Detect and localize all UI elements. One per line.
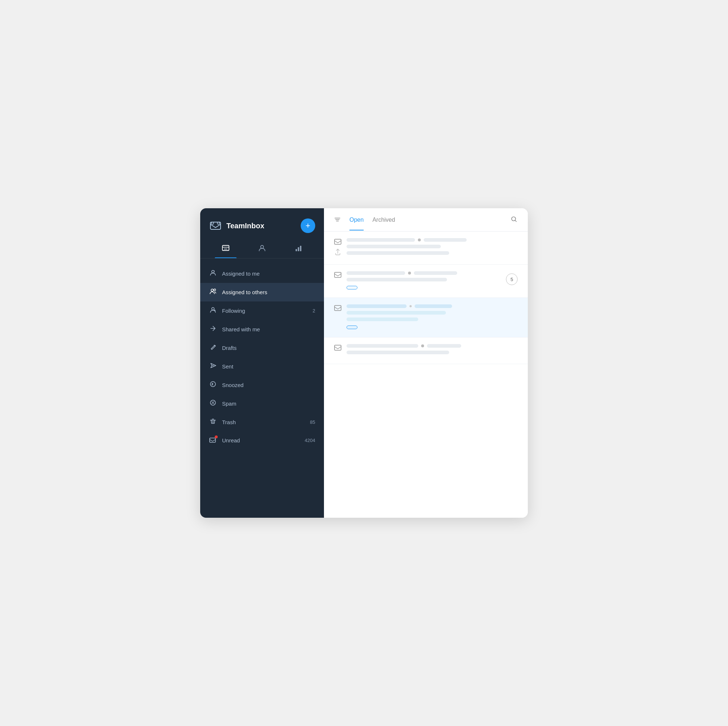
svg-point-15	[512, 217, 516, 221]
sidebar-tabs	[200, 240, 324, 259]
search-button[interactable]	[510, 216, 518, 231]
skeleton-name	[347, 304, 407, 308]
sort-button[interactable]	[334, 216, 341, 231]
svg-point-4	[261, 245, 263, 248]
skeleton-dot	[408, 272, 411, 274]
email-item-body	[347, 238, 518, 258]
email-preview	[347, 278, 447, 282]
sidebar-item-trash[interactable]: Trash 85	[200, 413, 324, 432]
inbox-tab-icon	[222, 244, 230, 254]
sidebar-item-unread[interactable]: Unread 4204	[200, 432, 324, 449]
following-label: Following	[222, 308, 307, 314]
email-list: 5	[324, 231, 528, 518]
spam-label: Spam	[222, 400, 315, 407]
sidebar-tab-inbox[interactable]	[208, 240, 244, 258]
svg-rect-6	[298, 247, 299, 251]
app-container: TeamInbox +	[200, 208, 528, 518]
spam-icon	[209, 399, 217, 408]
brand-name: TeamInbox	[226, 222, 264, 230]
sidebar-item-drafts[interactable]: Drafts	[200, 338, 324, 357]
brand-icon	[209, 219, 222, 232]
sidebar-tab-reports[interactable]	[280, 240, 317, 258]
email-snippet	[347, 251, 449, 255]
email-item-left	[334, 238, 341, 256]
email-item[interactable]	[324, 337, 528, 364]
email-title-row	[347, 304, 518, 308]
email-item-left	[334, 271, 341, 280]
skeleton-name	[347, 271, 405, 275]
content-toolbar: Open Archived	[324, 208, 528, 231]
main-content: Open Archived	[324, 208, 528, 518]
email-tag	[347, 326, 358, 329]
skeleton-time	[414, 304, 452, 308]
sidebar-item-sent[interactable]: Sent	[200, 357, 324, 376]
tab-archived[interactable]: Archived	[372, 217, 395, 230]
email-icon	[334, 272, 341, 280]
assigned-to-others-label: Assigned to others	[222, 289, 315, 295]
email-count-badge: 5	[506, 273, 518, 285]
sidebar: TeamInbox +	[200, 208, 324, 518]
sidebar-item-following[interactable]: Following 2	[200, 302, 324, 320]
skeleton-time	[424, 238, 466, 242]
email-icon	[334, 345, 341, 352]
svg-point-12	[210, 381, 216, 387]
unread-icon-wrap	[209, 436, 217, 444]
trash-icon	[209, 418, 217, 427]
reports-tab-icon	[294, 244, 303, 254]
email-icon	[334, 239, 341, 247]
svg-point-9	[211, 289, 213, 291]
sidebar-item-assigned-to-others[interactable]: Assigned to others	[200, 283, 324, 302]
email-icon	[334, 305, 341, 313]
assigned-to-me-icon	[209, 269, 217, 278]
email-item[interactable]: 5	[324, 265, 528, 298]
email-preview	[347, 351, 449, 354]
skeleton-name	[347, 238, 415, 242]
sidebar-item-spam[interactable]: Spam	[200, 394, 324, 413]
email-snippet	[347, 317, 418, 321]
sent-label: Sent	[222, 363, 315, 369]
email-item-left	[334, 344, 341, 352]
sidebar-brand: TeamInbox	[209, 219, 264, 232]
email-title-row	[347, 238, 518, 242]
contacts-tab-icon	[258, 244, 266, 254]
sidebar-nav: Assigned to me Assigned to others	[200, 262, 324, 518]
skeleton-name	[347, 344, 418, 348]
add-button[interactable]: +	[301, 219, 315, 233]
snoozed-icon	[209, 380, 217, 390]
sidebar-item-snoozed[interactable]: Snoozed	[200, 376, 324, 394]
email-item[interactable]	[324, 298, 528, 337]
svg-rect-19	[335, 345, 341, 350]
shared-with-me-icon	[209, 325, 217, 334]
trash-label: Trash	[222, 419, 305, 425]
snoozed-label: Snoozed	[222, 382, 315, 388]
following-badge: 2	[313, 308, 315, 314]
email-item[interactable]	[324, 231, 528, 265]
unread-dot	[215, 435, 218, 438]
unread-icon	[209, 438, 216, 445]
email-tag	[347, 286, 358, 289]
email-item-body	[347, 271, 501, 291]
email-title-row	[347, 344, 518, 348]
attachment-icon	[335, 249, 340, 256]
email-item-body	[347, 304, 518, 331]
svg-rect-18	[335, 305, 341, 311]
tab-open[interactable]: Open	[349, 217, 364, 230]
svg-rect-16	[335, 239, 341, 244]
unread-badge: 4204	[305, 438, 315, 443]
email-preview	[347, 245, 441, 248]
email-title-row	[347, 271, 501, 275]
unread-label: Unread	[222, 437, 300, 443]
drafts-icon	[209, 343, 217, 352]
sidebar-header: TeamInbox +	[200, 208, 324, 240]
sidebar-tab-contacts[interactable]	[244, 240, 280, 258]
svg-rect-5	[295, 249, 297, 251]
svg-rect-7	[300, 246, 301, 251]
email-preview	[347, 311, 446, 315]
email-item-body	[347, 344, 518, 357]
sidebar-item-shared-with-me[interactable]: Shared with me	[200, 320, 324, 338]
assigned-to-me-label: Assigned to me	[222, 271, 315, 277]
skeleton-dot	[418, 239, 421, 241]
svg-point-11	[212, 308, 214, 310]
svg-rect-0	[210, 222, 220, 230]
sidebar-item-assigned-to-me[interactable]: Assigned to me	[200, 264, 324, 283]
